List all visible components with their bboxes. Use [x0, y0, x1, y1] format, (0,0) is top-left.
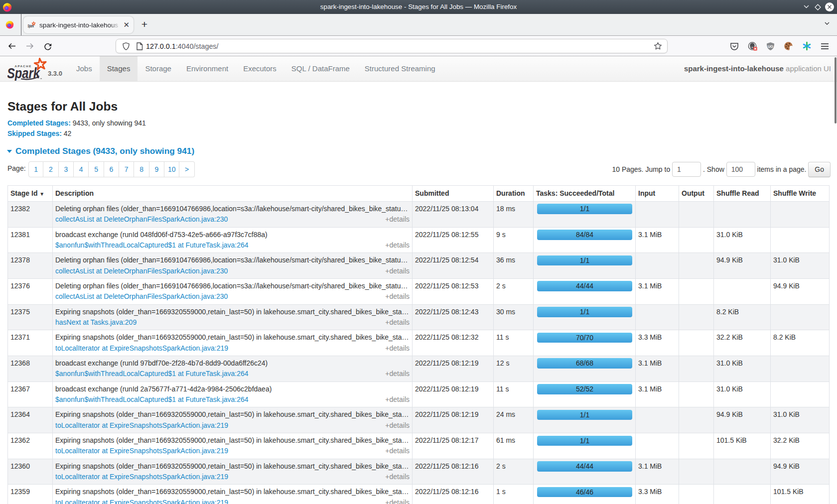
svg-text:UO: UO	[768, 44, 773, 48]
